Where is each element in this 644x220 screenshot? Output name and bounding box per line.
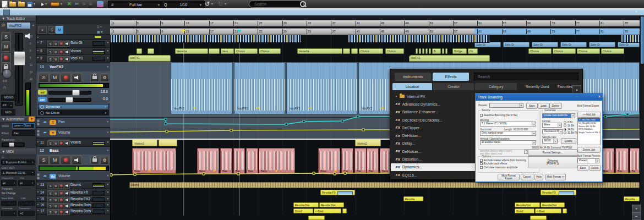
overview-track-clips[interactable] <box>348 35 490 43</box>
footer-button[interactable]: Cancel <box>521 174 533 180</box>
lane-dropdown-icon[interactable]: ▼ <box>107 120 109 123</box>
split-tool-icon[interactable]: ✂ <box>75 1 79 7</box>
close-editor-icon[interactable]: × <box>633 8 640 15</box>
track10-settings-gear-icon[interactable]: ⚙ <box>100 73 109 82</box>
dialog-title[interactable]: Track Bouncing <box>476 94 602 101</box>
clip[interactable]: Verse1a <box>175 48 208 54</box>
select-tool-dropdown-icon[interactable]: ▾ <box>45 1 47 7</box>
clip[interactable] <box>148 48 154 54</box>
lane-stack-icon[interactable]: ▦▦ <box>37 119 40 125</box>
track-row[interactable]: ►14SMRevolta FX▼ <box>36 189 110 196</box>
zoom-out-button[interactable]: − <box>632 212 641 220</box>
clip[interactable]: Bas <box>615 148 629 174</box>
track10-dropdown-icon[interactable]: ▼ <box>107 65 109 68</box>
clip[interactable]: Verse2a <box>297 48 342 54</box>
clip-mute-icon[interactable] <box>381 107 384 110</box>
clip[interactable] <box>563 208 567 213</box>
track10-mute-button[interactable]: M <box>50 73 60 82</box>
clip[interactable] <box>416 48 418 54</box>
group-tool-icon[interactable]: ≡ <box>83 1 85 7</box>
overview-track-clips[interactable] <box>110 35 302 43</box>
expand-arrow-icon[interactable]: ► <box>37 209 39 212</box>
select-tool-icon[interactable]: ▲ <box>39 1 45 8</box>
phones-icon[interactable]: ∩ <box>3 85 7 90</box>
clip[interactable] <box>343 48 350 54</box>
clip[interactable]: Revolta Dot <box>319 202 344 207</box>
collapse-all-button[interactable]: « <box>38 26 47 34</box>
bit-depth-radio[interactable] <box>564 128 566 131</box>
option-checkbox[interactable] <box>480 166 483 169</box>
monitor-button[interactable] <box>64 140 70 146</box>
clip[interactable]: <-Bwd <box>314 208 341 213</box>
expand-arrow-icon[interactable]: ► <box>37 49 39 52</box>
multi-preset-combo[interactable]: Preset1 <box>577 158 599 163</box>
clip[interactable]: Solo Gt <box>589 42 615 47</box>
track10-solo-button[interactable]: S <box>39 73 49 82</box>
clip[interactable]: Solo Gt <box>503 42 530 47</box>
track-row[interactable]: ►9SMVocFX1▼ <box>36 55 110 62</box>
subtab-location[interactable]: Location <box>392 83 432 90</box>
clip[interactable] <box>419 48 421 54</box>
clip[interactable]: Bass <box>259 148 295 174</box>
new-file-icon[interactable] <box>2 1 8 7</box>
track10-vol-slider[interactable] <box>48 91 91 95</box>
clip[interactable]: Chorus <box>385 48 404 54</box>
expand-arrow-icon[interactable]: ► <box>37 41 39 43</box>
undo-dropdown-icon[interactable]: ▾ <box>211 1 213 7</box>
mute-button[interactable]: M <box>1 42 11 52</box>
clip[interactable]: VocFX1 <box>128 55 171 62</box>
routing-combo[interactable]: 7.1 Master (7.1 SO09) <box>480 122 536 127</box>
overview-track-clips[interactable] <box>621 35 641 43</box>
automation-touch-badge[interactable]: T <box>29 117 35 122</box>
option-checkbox[interactable] <box>480 159 483 162</box>
fx-button[interactable]: FX▾ <box>1 102 13 108</box>
magnifier-icon[interactable] <box>300 1 306 7</box>
fx-bypass-icon[interactable] <box>40 105 44 109</box>
quantize-group[interactable]: Q 1/16 ▾ <box>161 1 205 8</box>
lane-dropdown-icon[interactable]: ▼ <box>107 131 109 134</box>
track10-fx-slot-2[interactable]: No Effect▼ <box>38 110 109 116</box>
record-arm-button[interactable] <box>1 53 11 63</box>
clip[interactable]: Bas <box>341 148 353 174</box>
job-item[interactable]: Single Tracks in 96k 32Bit <box>578 131 600 134</box>
clip[interactable]: Chorus <box>259 48 281 54</box>
range-combo[interactable]: Only marked range <box>480 131 536 136</box>
arrangement-overview[interactable] <box>0 8 644 16</box>
track12-name[interactable]: Bass <box>50 148 59 152</box>
clip[interactable]: VocFX2 <box>286 62 357 114</box>
clip[interactable] <box>308 216 325 220</box>
expand-arrow-icon[interactable]: ▾ <box>396 95 397 98</box>
clip[interactable] <box>209 48 220 54</box>
generate-mode-combo[interactable]: Create new audio file <box>542 113 575 118</box>
clip[interactable]: Chorus <box>553 48 576 54</box>
preset-save-button[interactable]: Save <box>526 103 538 109</box>
save-icon[interactable] <box>27 1 32 7</box>
monitor-button[interactable] <box>64 49 70 55</box>
track-dropdown-icon[interactable]: ▼ <box>107 197 109 200</box>
footer-button[interactable]: Multi Format << <box>545 174 566 180</box>
track12-solo-button[interactable]: S <box>39 155 49 165</box>
samplerate-combo[interactable]: 96000 <box>542 139 558 144</box>
clip[interactable] <box>530 216 547 220</box>
realtime-checkbox[interactable] <box>480 114 483 117</box>
clip[interactable]: Bass <box>318 148 340 174</box>
expand-arrow-icon[interactable]: ► <box>37 197 39 200</box>
track-row[interactable]: ►15SMRevolta FX2▼ <box>36 196 110 202</box>
channel-out-select[interactable]: all▾ <box>18 180 35 186</box>
clip[interactable]: Revolta FX <box>320 190 355 195</box>
snap-group[interactable]: # Full bar ▾ <box>108 1 163 8</box>
track12-dropdown-icon[interactable]: ▼ <box>107 149 109 152</box>
draw-tool-icon[interactable] <box>51 1 59 7</box>
track-row[interactable]: ►17SMRevolta Dots R▼ <box>36 208 110 215</box>
format-settings-button[interactable]: Format Settings... <box>528 150 577 156</box>
volume-fader-handle[interactable] <box>14 51 25 65</box>
clip[interactable]: Dots2 <box>515 208 534 213</box>
track12-record-button[interactable] <box>61 155 71 165</box>
clip[interactable]: Chorus <box>234 48 258 54</box>
add-job-button[interactable]: >> Add Job <box>577 112 601 118</box>
zoom-in-button[interactable]: + <box>632 205 641 212</box>
bank-msb-value[interactable]: - <box>1 201 17 206</box>
clip[interactable]: Revolta FX <box>541 190 576 195</box>
lane-mode-badge[interactable]: Rd <box>50 174 56 179</box>
save-dropdown-icon[interactable]: ▾ <box>34 1 35 7</box>
